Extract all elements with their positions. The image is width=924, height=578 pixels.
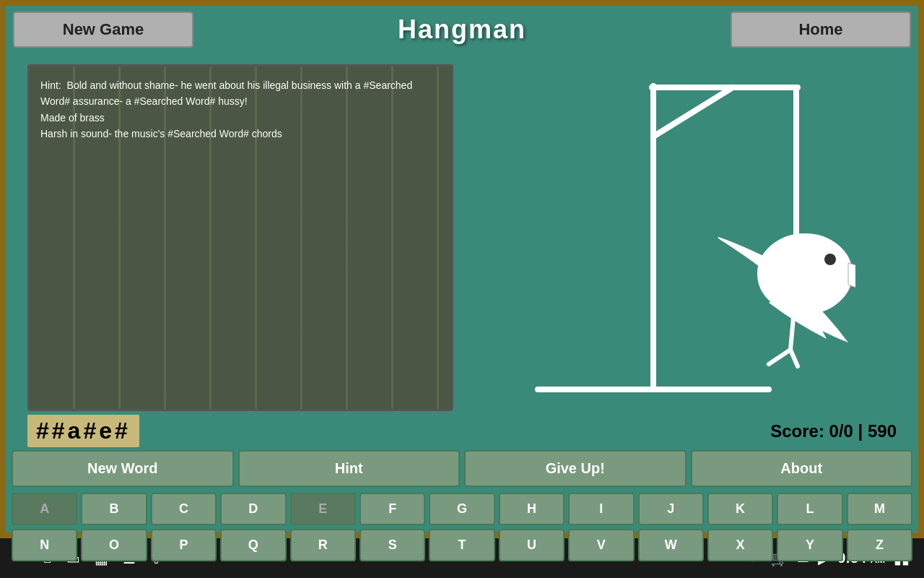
about-button[interactable]: About	[691, 450, 913, 487]
word-row: ##a#e# Score: 0/0 | 590	[6, 415, 918, 447]
hangman-panel	[453, 57, 897, 411]
hint-button[interactable]: Hint	[238, 450, 461, 487]
hint-panel: Hint: Bold and without shame- he went ab…	[27, 64, 453, 411]
svg-line-4	[653, 87, 733, 137]
key-v-button[interactable]: V	[568, 529, 634, 561]
key-t-button[interactable]: T	[429, 529, 494, 561]
key-j-button[interactable]: J	[638, 493, 704, 525]
hint-text: Hint: Bold and without shame- he went ab…	[40, 79, 415, 139]
key-d-button[interactable]: D	[220, 493, 286, 525]
key-r-button[interactable]: R	[290, 529, 356, 561]
content-row: Hint: Bold and without shame- he went ab…	[6, 53, 918, 415]
key-u-button[interactable]: U	[499, 529, 565, 561]
key-y-button[interactable]: Y	[777, 529, 842, 561]
key-s-button[interactable]: S	[359, 529, 425, 561]
key-h-button[interactable]: H	[499, 493, 565, 525]
key-p-button[interactable]: P	[151, 529, 217, 561]
new-game-button[interactable]: New Game	[13, 12, 193, 48]
key-q-button[interactable]: Q	[220, 529, 286, 561]
key-g-button[interactable]: G	[429, 493, 494, 525]
key-a-button[interactable]: A	[12, 493, 77, 525]
key-x-button[interactable]: X	[707, 529, 773, 561]
svg-line-8	[769, 350, 790, 364]
word-display: ##a#e#	[27, 415, 139, 447]
key-k-button[interactable]: K	[707, 493, 773, 525]
game-title: Hangman	[398, 14, 526, 45]
key-f-button[interactable]: F	[359, 493, 425, 525]
svg-point-6	[824, 254, 836, 265]
keyboard-row-2: NOPQRSTUVWXYZ	[12, 529, 912, 561]
action-row: New Word Hint Give Up! About	[6, 447, 918, 490]
score-display: Score: 0/0 | 590	[770, 421, 897, 441]
home-button[interactable]: Home	[731, 12, 911, 48]
key-c-button[interactable]: C	[151, 493, 217, 525]
hangman-figure	[494, 64, 855, 404]
keyboard-area: ABCDEFGHIJKLM NOPQRSTUVWXYZ	[6, 490, 918, 566]
key-l-button[interactable]: L	[777, 493, 842, 525]
new-word-button[interactable]: New Word	[12, 450, 234, 487]
top-bar: New Game Hangman Home	[6, 6, 918, 53]
key-m-button[interactable]: M	[847, 493, 912, 525]
key-i-button[interactable]: I	[568, 493, 634, 525]
keyboard-row-1: ABCDEFGHIJKLM	[12, 493, 912, 525]
key-o-button[interactable]: O	[81, 529, 147, 561]
key-z-button[interactable]: Z	[847, 529, 912, 561]
key-w-button[interactable]: W	[638, 529, 704, 561]
game-area: New Game Hangman Home Hint: Bold and wit…	[0, 0, 924, 538]
key-b-button[interactable]: B	[81, 493, 147, 525]
key-e-button[interactable]: E	[290, 493, 356, 525]
svg-line-9	[790, 350, 798, 366]
key-n-button[interactable]: N	[12, 529, 77, 561]
give-up-button[interactable]: Give Up!	[464, 450, 687, 487]
